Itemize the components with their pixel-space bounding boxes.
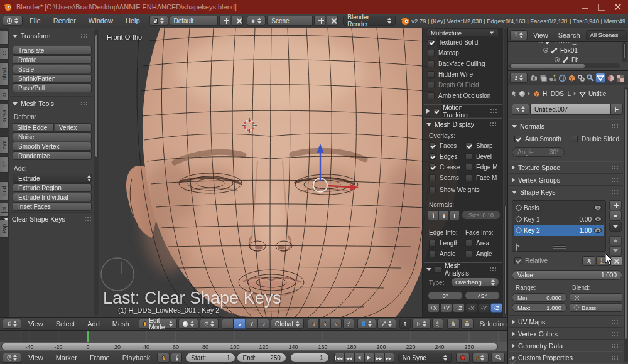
face-marks-checkbox[interactable]: Face M	[465, 174, 497, 181]
sync-mode-dropdown[interactable]: No Sync	[398, 353, 452, 363]
frame-end-field[interactable]: End:250	[237, 353, 286, 363]
snap-toggle[interactable]	[399, 319, 411, 329]
face-area-checkbox[interactable]: Area	[465, 240, 489, 247]
object-sphere-icon[interactable]	[519, 91, 525, 97]
crease-checkbox[interactable]: Crease	[429, 164, 460, 171]
show-weights-checkbox[interactable]: Show Weights	[429, 186, 480, 193]
extrude-dropdown[interactable]: Extrude	[13, 174, 92, 183]
pin-icon[interactable]	[511, 90, 517, 97]
snap-target-button[interactable]	[432, 319, 443, 329]
outliner-hscrollbar[interactable]	[509, 63, 620, 68]
noise-button[interactable]: Noise	[13, 132, 92, 141]
edge-select-toggle[interactable]	[319, 319, 330, 329]
tab-shading[interactable]: Shad	[0, 62, 9, 86]
editor-type-3dview-button[interactable]	[3, 319, 21, 329]
mesh-display-panel-header[interactable]: Mesh Display	[424, 119, 502, 129]
face-angle-checkbox[interactable]: Angle	[465, 250, 492, 257]
menu-render[interactable]: Render	[48, 14, 82, 28]
add-scene-button[interactable]	[314, 16, 325, 26]
vertex-colors-panel-header[interactable]: Vertex Colors	[509, 329, 624, 339]
shape-key-specials-button[interactable]	[609, 222, 622, 232]
manipulator-translate-toggle[interactable]	[234, 319, 246, 329]
faces-checkbox[interactable]: Faces	[429, 142, 457, 149]
viewport-3d[interactable]: Front Ortho Last: Clear Shape Keys (1) H…	[100, 28, 507, 317]
overhang-max-slider[interactable]: 45°	[465, 291, 500, 300]
vertex-select-toggle[interactable]	[308, 319, 319, 329]
move-key-up-button[interactable]	[609, 236, 622, 245]
add-layout-button[interactable]	[219, 16, 230, 26]
sharp-checkbox[interactable]: Sharp	[465, 142, 493, 149]
outliner-row-fb[interactable]: Fb	[555, 55, 579, 64]
mode-dropdown[interactable]: Edit Mode	[139, 319, 177, 329]
normals-size-slider[interactable]: Size: 0.10	[462, 210, 501, 220]
remove-shape-key-button[interactable]	[609, 211, 622, 221]
slide-vertex-button[interactable]: Vertex	[55, 123, 92, 132]
manipulator-scale-toggle[interactable]	[257, 319, 269, 329]
menu-file[interactable]: File	[24, 14, 46, 28]
auto-smooth-angle-slider[interactable]: Angle:30°	[512, 147, 565, 157]
auto-smooth-checkbox[interactable]: Auto Smooth	[514, 136, 561, 142]
tab-render-icon[interactable]	[529, 73, 538, 82]
proportional-edit-dropdown[interactable]	[357, 319, 376, 329]
close-icon[interactable]	[614, 4, 622, 10]
tab-create[interactable]: C	[0, 47, 9, 60]
visibility-eye-icon[interactable]	[594, 205, 602, 210]
tab-bud[interactable]: Bud	[0, 181, 9, 200]
lock-button[interactable]	[171, 353, 182, 363]
outliner-vscrollbar[interactable]	[622, 42, 627, 62]
axis-plus-y-button[interactable]: +Y	[440, 303, 452, 313]
seams-checkbox[interactable]: Seams	[429, 174, 459, 181]
tab-mm[interactable]: mm	[0, 136, 9, 154]
maximize-icon[interactable]	[598, 4, 605, 10]
extrude-region-button[interactable]: Extrude Region	[13, 183, 92, 192]
edge-marks-checkbox[interactable]: Edge M	[465, 164, 497, 171]
axis-minus-z-button[interactable]: -Z	[490, 303, 502, 313]
frame-start-field[interactable]: Start:1	[185, 353, 236, 363]
close-scene-button[interactable]	[327, 16, 338, 26]
edges-checkbox[interactable]: Edges	[429, 153, 457, 160]
shape-key-value-slider[interactable]: Value:1.000	[512, 270, 622, 280]
display-mode-dropdown[interactable]: All Scenes	[586, 30, 627, 40]
list-resize-grip[interactable]	[553, 245, 566, 246]
tab-texture-icon[interactable]	[615, 73, 624, 82]
menu-mesh[interactable]: Mesh	[107, 318, 135, 330]
properties-scrollbar[interactable]	[624, 87, 628, 362]
screen-layout-field[interactable]: Default	[170, 16, 219, 26]
datablock-name-field[interactable]: Untitled.007	[530, 104, 610, 115]
push-pull-button[interactable]: Push/Pull	[13, 83, 92, 92]
mesh-id-dropdown[interactable]	[512, 104, 529, 115]
shape-key-row-key1[interactable]: Key 10.00	[514, 213, 604, 225]
face-normals-toggle[interactable]	[449, 210, 460, 220]
matcap-checkbox[interactable]: Matcap	[428, 50, 459, 56]
bevel-checkbox[interactable]: Bevel	[465, 153, 492, 160]
translate-button[interactable]: Translate	[13, 46, 92, 55]
tab-render-layers-icon[interactable]	[539, 73, 548, 82]
close-layout-button[interactable]	[232, 16, 243, 26]
jump-to-end-button[interactable]: ▶▶	[384, 353, 394, 363]
outliner-row-fbx01[interactable]: Fbx01	[543, 46, 578, 55]
backface-culling-checkbox[interactable]: Backface Culling	[428, 60, 485, 67]
range-max-field[interactable]: Max:1.000	[512, 303, 567, 312]
face-select-toggle[interactable]	[330, 319, 342, 329]
collapse-icon[interactable]	[543, 48, 548, 53]
tab-grease-pencil[interactable]: Grea	[0, 104, 9, 129]
smooth-vertex-button[interactable]: Smooth Vertex	[13, 142, 92, 151]
falloff-dropdown[interactable]	[377, 319, 396, 329]
transform-orientation-dropdown[interactable]: Global	[271, 319, 304, 329]
depth-of-field-checkbox[interactable]: Depth Of Field	[428, 82, 479, 88]
analysis-type-dropdown[interactable]: Overhang	[451, 277, 499, 287]
object-cube-icon[interactable]	[533, 90, 540, 97]
tab-world-icon[interactable]	[558, 73, 566, 82]
menu-marker[interactable]: Marker	[50, 351, 83, 364]
editor-type-timeline-button[interactable]	[3, 353, 21, 363]
keying-set-dropdown[interactable]	[472, 353, 489, 363]
double-sided-checkbox[interactable]: Double Sided	[571, 136, 619, 142]
vertex-normals-toggle[interactable]	[428, 210, 438, 220]
render-opengl-anim-button[interactable]	[461, 319, 474, 329]
uv-maps-panel-header[interactable]: UV Maps	[509, 317, 624, 327]
blend-vertex-group-field[interactable]	[570, 293, 622, 302]
visibility-eye-icon[interactable]	[594, 228, 602, 233]
range-min-field[interactable]: Min:0.000	[512, 293, 567, 302]
current-frame-field[interactable]: 1	[290, 353, 329, 363]
shape-keys-panel-header[interactable]: Shape Keys	[509, 187, 624, 197]
